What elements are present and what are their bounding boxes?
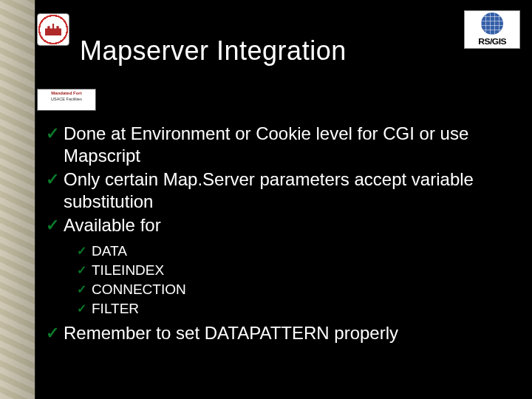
sub-bullet-text: CONNECTION	[92, 281, 186, 299]
check-icon: ✓	[77, 242, 92, 260]
slide-title: Mapserver Integration	[80, 35, 347, 66]
check-icon: ✓	[77, 281, 92, 299]
rsgis-logo-text: RS/GIS	[478, 37, 506, 46]
badge-line2: USACE Facilities	[38, 97, 95, 101]
castle-icon	[45, 24, 61, 35]
sub-bullet-text: DATA	[92, 242, 127, 260]
fort-badge: Mandated Fort USACE Facilities	[37, 89, 96, 111]
badge-line1: Mandated Fort	[38, 91, 95, 96]
globe-icon	[481, 13, 503, 35]
sub-bullet-2: ✓ TILEINDEX	[77, 262, 504, 279]
sub-bullet-4: ✓ FILTER	[77, 300, 504, 318]
sub-bullet-3: ✓ CONNECTION	[77, 281, 504, 299]
bullet-text: Done at Environment or Cookie level for …	[64, 123, 504, 167]
decorative-map-strip	[0, 0, 35, 399]
bullet-4: ✓ Remember to set DATAPATTERN properly	[46, 322, 504, 344]
check-icon: ✓	[46, 123, 64, 145]
slide-body: ✓ Done at Environment or Cookie level fo…	[46, 123, 504, 346]
check-icon: ✓	[46, 168, 64, 191]
bullet-text: Only certain Map.Server parameters accep…	[64, 168, 504, 213]
rsgis-logo: RS/GIS	[464, 10, 520, 49]
sub-bullet-1: ✓ DATA	[77, 242, 504, 260]
sub-bullet-text: FILTER	[92, 300, 139, 318]
check-icon: ✓	[77, 262, 92, 279]
check-icon: ✓	[46, 322, 64, 344]
bullet-3: ✓ Available for	[46, 214, 504, 236]
check-icon: ✓	[77, 300, 92, 318]
bullet-2: ✓ Only certain Map.Server parameters acc…	[46, 168, 504, 213]
sublist: ✓ DATA ✓ TILEINDEX ✓ CONNECTION ✓ FILTER	[77, 242, 504, 318]
bullet-text: Available for	[64, 214, 161, 236]
bullet-1: ✓ Done at Environment or Cookie level fo…	[46, 123, 504, 167]
bullet-text: Remember to set DATAPATTERN properly	[64, 322, 398, 344]
sub-bullet-text: TILEINDEX	[92, 262, 164, 279]
check-icon: ✓	[46, 214, 64, 236]
usace-logo	[37, 13, 69, 46]
